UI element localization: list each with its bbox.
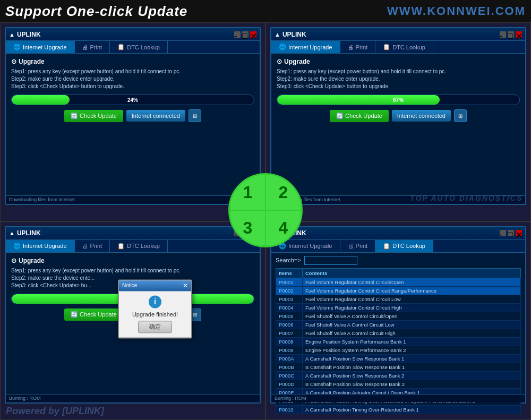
- connect-icon-btn-1[interactable]: ⊞: [189, 109, 201, 122]
- step1-3: Step1: press any key (except power butto…: [11, 268, 254, 273]
- dtc-code: P0007: [276, 329, 303, 337]
- tab-internet-upgrade-1[interactable]: 🌐 Internet Upgrade: [6, 41, 75, 53]
- upgrade-icon-2: ⊙: [277, 58, 282, 65]
- dtc-code: P0009: [276, 346, 303, 354]
- dtc-code: P0008: [276, 337, 303, 346]
- upgrade-title-3: ⊙ Upgrade: [11, 257, 254, 264]
- check-update-btn-1[interactable]: 🔄 Check Update: [64, 110, 123, 122]
- internet-connected-btn-2[interactable]: Internet connected: [392, 110, 451, 122]
- table-row[interactable]: P0004Fuel Volume Regulator Control Circu…: [276, 303, 521, 312]
- search-input[interactable]: [304, 256, 357, 265]
- table-row[interactable]: P0002Fuel Volume Regulator Control Circu…: [276, 286, 521, 295]
- tab-print-4[interactable]: 🖨 Print: [340, 240, 376, 252]
- window-title-4: UPLINK: [282, 229, 500, 237]
- dtc-code: P0006: [276, 320, 303, 329]
- tab-print-2[interactable]: 🖨 Print: [340, 41, 376, 53]
- uplink-icon-2: ▲: [275, 31, 280, 38]
- table-row[interactable]: P000DB Camshaft Position Slow Response B…: [276, 380, 521, 388]
- notice-message: Upgrade finished!: [132, 311, 178, 318]
- tab-dtc-2[interactable]: 📋 DTC Lookup: [375, 41, 433, 53]
- internet-connected-btn-1[interactable]: Internet connected: [126, 110, 185, 122]
- tabs-3: 🌐 Internet Upgrade 🖨 Print 📋 DTC Lookup: [6, 240, 260, 253]
- dtc-desc: B Camshaft Position Slow Response Bank 1: [303, 363, 521, 371]
- window-controls-2: - □ ✕: [500, 31, 522, 38]
- table-row[interactable]: P0009Engine Position System Performance …: [276, 346, 521, 354]
- table-row[interactable]: P0010A Camshaft Position Timing Over-Ret…: [276, 405, 521, 414]
- step1-2: Step1: press any key (except power butto…: [277, 68, 520, 74]
- dtc-desc: Fuel Shutoff Valve A Control Circuit Low: [303, 320, 521, 329]
- table-row[interactable]: P000CA Camshaft Position Slow Response B…: [276, 371, 521, 380]
- print-icon-4: 🖨: [348, 243, 354, 249]
- buttons-row-2: 🔄 Check Update Internet connected ⊞: [277, 109, 520, 122]
- tab-print-1[interactable]: 🖨 Print: [75, 41, 110, 53]
- table-row[interactable]: P000AA Camshaft Position Slow Response B…: [276, 354, 521, 363]
- print-icon-3: 🖨: [82, 243, 88, 249]
- dtc-desc: Fuel Volume Regulator Control Circuit/Op…: [303, 278, 521, 286]
- tab-dtc-3[interactable]: 📋 DTC Lookup: [110, 240, 168, 252]
- status-bar-4: Burning : ROM: [271, 394, 525, 402]
- upgrade-title-1: ⊙ Upgrade: [11, 58, 254, 65]
- dtc-code: P000B: [276, 363, 303, 371]
- maximize-btn-2[interactable]: □: [508, 31, 514, 38]
- dtc-code: P0010: [276, 405, 303, 414]
- table-row[interactable]: P0003Fuel Volume Regulator Control Circu…: [276, 295, 521, 303]
- table-row[interactable]: P0007Fuel Shutoff Valve A Control Circui…: [276, 329, 521, 337]
- close-btn-1[interactable]: ✕: [250, 31, 256, 38]
- dtc-icon-3: 📋: [117, 243, 125, 250]
- maximize-btn-4[interactable]: □: [508, 230, 514, 236]
- search-label: Search=>: [276, 257, 301, 263]
- window-content-3: ⊙ Upgrade Step1: press any key (except p…: [6, 253, 260, 325]
- upgrade-icon-1: ⊙: [11, 58, 16, 65]
- notice-title: Notice: [122, 283, 183, 289]
- close-btn-4[interactable]: ✕: [516, 230, 522, 236]
- check-update-btn-2[interactable]: 🔄 Check Update: [330, 110, 389, 122]
- tab-internet-upgrade-2[interactable]: 🌐 Internet Upgrade: [271, 41, 340, 53]
- notice-close-btn[interactable]: ✕: [183, 282, 188, 289]
- dtc-desc: Fuel Volume Regulator Control Circuit Ra…: [303, 286, 521, 295]
- minimize-btn-1[interactable]: -: [234, 31, 241, 38]
- upgrade-title-2: ⊙ Upgrade: [277, 58, 520, 65]
- window-controls-1: - □ ✕: [234, 31, 256, 38]
- window-content-1: ⊙ Upgrade Step1: press any key (except p…: [6, 54, 260, 126]
- titlebar-4: ▲ UPLINK - □ ✕: [271, 227, 525, 240]
- dtc-desc: A Camshaft Position Slow Response Bank 2: [303, 371, 521, 380]
- step1-1: Step1: press any key (except power butto…: [11, 68, 254, 74]
- internet-icon-2: 🌐: [279, 44, 286, 50]
- table-row[interactable]: P0006Fuel Shutoff Valve A Control Circui…: [276, 320, 521, 329]
- dtc-desc: Engine Position System Performance Bank …: [303, 337, 521, 346]
- table-row[interactable]: P000BB Camshaft Position Slow Response B…: [276, 363, 521, 371]
- tab-internet-upgrade-3[interactable]: 🌐 Internet Upgrade: [6, 240, 75, 252]
- minimize-btn-4[interactable]: -: [500, 230, 506, 236]
- tab-print-3[interactable]: 🖨 Print: [75, 240, 110, 252]
- check-update-btn-3[interactable]: 🔄 Check Update: [64, 308, 123, 321]
- connect-icon-btn-2[interactable]: ⊞: [454, 109, 467, 122]
- close-btn-2[interactable]: ✕: [516, 31, 522, 38]
- tab-dtc-4[interactable]: 📋 DTC Lookup: [375, 240, 433, 252]
- window-title-3: UPLINK: [17, 229, 234, 237]
- progress-bar-2: 67%: [277, 95, 520, 105]
- maximize-btn-1[interactable]: □: [242, 31, 249, 38]
- dtc-icon-2: 📋: [383, 44, 390, 50]
- window-controls-4: - □ ✕: [500, 230, 522, 236]
- minimize-btn-2[interactable]: -: [500, 31, 506, 38]
- table-row[interactable]: P0008Engine Position System Performance …: [276, 337, 521, 346]
- dtc-code: P000D: [276, 380, 303, 388]
- dtc-desc: Fuel Shutoff Valve A Control Circuit/Ope…: [303, 312, 521, 320]
- titlebar-2: ▲ UPLINK - □ ✕: [271, 28, 525, 41]
- table-row[interactable]: P0005Fuel Shutoff Valve A Control Circui…: [276, 312, 521, 320]
- step3-2: Step3: click <Check Update> button to up…: [277, 83, 520, 89]
- table-row[interactable]: P0001Fuel Volume Regulator Control Circu…: [276, 278, 521, 286]
- dtc-desc: A Camshaft Position Timing Over-Retarded…: [303, 405, 521, 414]
- internet-icon-1: 🌐: [13, 44, 21, 50]
- tab-dtc-1[interactable]: 📋 DTC Lookup: [110, 41, 168, 53]
- quadrant-1: ▲ UPLINK - □ ✕ 🌐 Internet Upgrade 🖨 Prin…: [0, 22, 266, 221]
- notice-ok-button[interactable]: 确定: [138, 321, 172, 333]
- notice-body: i Upgrade finished! 确定: [119, 291, 191, 337]
- dtc-code: P0004: [276, 303, 303, 312]
- watermark-2: TOP AUTO DIAGNOSTICS: [410, 194, 523, 202]
- dtc-desc: Fuel Volume Regulator Control Circuit Lo…: [303, 295, 521, 303]
- step2-2: Step2: make sure the device enter upqrad…: [277, 76, 520, 82]
- dtc-table: Items Contents P0001Fuel Volume Regulato…: [276, 268, 521, 414]
- step3-1: Step3: click <Check Update> button to up…: [11, 83, 254, 89]
- quadrant-2: ▲ UPLINK - □ ✕ 🌐 Internet Upgrade 🖨 Prin…: [266, 22, 531, 221]
